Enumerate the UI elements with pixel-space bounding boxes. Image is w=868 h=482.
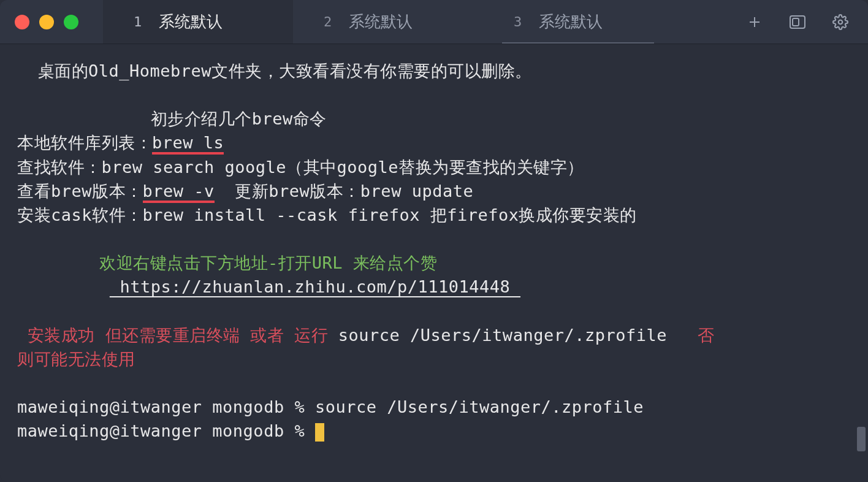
tab-label: 系统默认 — [539, 11, 603, 33]
output-line: 安装cask软件：brew install --cask firefox 把fi… — [17, 203, 851, 227]
prompt-line: maweiqing@itwanger mongodb % — [17, 419, 851, 443]
url-link[interactable]: https://zhuanlan.zhihu.com/p/111014448 — [110, 277, 520, 296]
highlighted-command: brew ls — [152, 133, 224, 155]
output-line: https://zhuanlan.zhihu.com/p/111014448 — [17, 275, 851, 299]
output-line — [17, 83, 851, 107]
tabs: 1 系统默认 2 系统默认 3 系统默认 — [103, 0, 745, 44]
tab-3[interactable]: 3 系统默认 — [483, 0, 673, 44]
output-line: 初步介绍几个brew命令 — [17, 107, 851, 131]
cursor — [315, 423, 324, 442]
output-line: 查看brew版本：brew -v 更新brew版本：brew update — [17, 179, 851, 203]
new-tab-button[interactable] — [745, 13, 764, 31]
output-line — [17, 299, 851, 323]
panels-icon[interactable] — [788, 13, 807, 31]
titlebar: 1 系统默认 2 系统默认 3 系统默认 — [0, 0, 868, 44]
prompt: maweiqing@itwanger mongodb % — [17, 397, 315, 416]
highlighted-command: brew -v — [143, 182, 215, 203]
output-line: 安装成功 但还需要重启终端 或者 运行 source /Users/itwang… — [17, 323, 851, 347]
output-line: 本地软件库列表：brew ls — [17, 131, 851, 155]
tab-underline — [502, 42, 654, 44]
terminal-window: 1 系统默认 2 系统默认 3 系统默认 — [0, 0, 868, 482]
tab-2[interactable]: 2 系统默认 — [293, 0, 483, 44]
output-line: 则可能无法使用 — [17, 347, 851, 371]
prompt: maweiqing@itwanger mongodb % — [17, 421, 315, 440]
scrollbar-thumb[interactable] — [857, 427, 866, 451]
output-line — [17, 227, 851, 251]
tab-1[interactable]: 1 系统默认 — [103, 0, 293, 44]
output-line: 欢迎右键点击下方地址-打开URL 来给点个赞 — [17, 251, 851, 275]
output-line: 查找软件：brew search google（其中google替换为要查找的关… — [17, 155, 851, 179]
output-line: 桌面的Old_Homebrew文件夹，大致看看没有你需要的可以删除。 — [17, 59, 851, 83]
output-line — [17, 371, 851, 395]
svg-rect-3 — [793, 18, 799, 26]
command-text: source /Users/itwanger/.zprofile — [315, 397, 644, 416]
tab-label: 系统默认 — [159, 11, 223, 33]
tab-label: 系统默认 — [349, 11, 413, 33]
tab-number: 1 — [134, 14, 142, 29]
toolbar-right — [745, 13, 868, 31]
tab-number: 3 — [514, 14, 522, 29]
close-button[interactable] — [15, 15, 29, 29]
minimize-button[interactable] — [39, 15, 54, 29]
tab-number: 2 — [324, 14, 332, 29]
maximize-button[interactable] — [64, 15, 78, 29]
prompt-line: maweiqing@itwanger mongodb % source /Use… — [17, 395, 851, 419]
svg-point-4 — [839, 20, 843, 24]
terminal-content[interactable]: 桌面的Old_Homebrew文件夹，大致看看没有你需要的可以删除。 初步介绍几… — [0, 44, 868, 482]
settings-icon[interactable] — [831, 13, 850, 31]
traffic-lights — [0, 15, 78, 29]
